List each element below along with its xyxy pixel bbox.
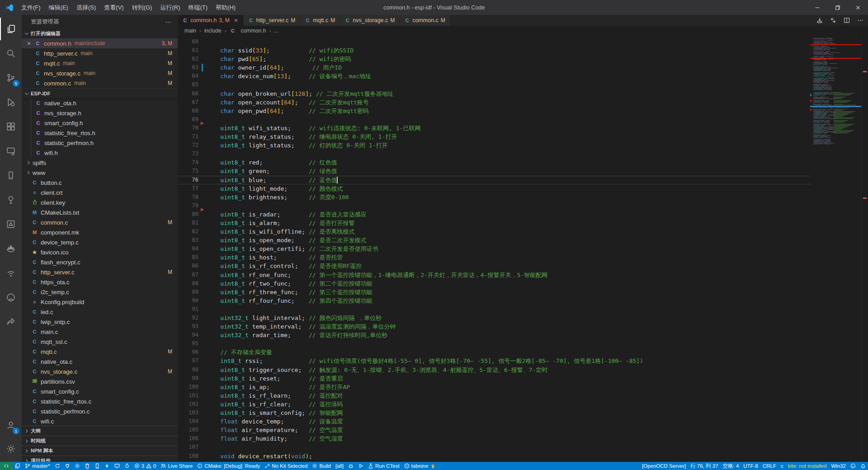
gutter[interactable] [198,253,206,262]
menu-查看(V)[interactable]: 查看(V) [100,0,127,15]
gutter[interactable] [198,167,206,175]
action-split-editor[interactable] [844,17,850,24]
close-button[interactable] [848,0,868,15]
gutter[interactable] [198,305,206,314]
gutter[interactable] [198,132,206,141]
activity-docker[interactable] [0,237,22,260]
tree-file[interactable]: Csmart_config.h [22,118,178,128]
gutter[interactable] [198,38,206,46]
gutter[interactable] [198,124,206,132]
tree-file[interactable]: Cnative_ota.h [22,98,178,108]
gutter[interactable] [198,322,206,331]
status-openocd-server[interactable]: [OpenOCD Server] [640,462,688,470]
tree-file[interactable]: Ci2c_temp.c [22,287,178,297]
activity-extensions[interactable] [0,115,22,138]
status-cmake-status[interactable]: CMake: [Debug]: Ready [195,462,262,470]
gutter[interactable] [198,339,206,348]
activity-github[interactable] [0,286,22,309]
tree-file[interactable]: Cwifi.c [22,416,178,426]
status-cmake-kit[interactable]: No Kit Selected [262,462,310,470]
tree-file[interactable]: Cstatistic_perfmon.c [22,406,178,416]
action-more-actions[interactable] [857,17,863,24]
gutter[interactable] [198,288,206,296]
tree-file[interactable]: ≡client.crt [22,188,178,197]
section-NPM 脚本[interactable]: NPM 脚本 [22,446,178,456]
status-feedback[interactable] [848,462,858,470]
gutter[interactable] [198,46,206,55]
gutter[interactable] [198,434,206,443]
activity-esp-idf[interactable] [0,262,22,284]
tree-folder[interactable]: www [22,168,178,178]
menu-文件(F)[interactable]: 文件(F) [17,0,45,15]
tree-file[interactable]: Chttp_server.cM [22,267,178,277]
activity-settings[interactable] [0,437,22,460]
status-save-all[interactable] [13,462,23,470]
status-notifications[interactable] [858,462,868,470]
open-editor-item[interactable]: Cnvs_storage.cmainM [22,68,178,78]
tree-file[interactable]: partitions.csv [22,376,178,386]
gutter[interactable] [198,374,206,383]
gutter[interactable] [198,417,206,426]
open-editor-item[interactable]: Cmqtt.cmainM [22,58,178,68]
gutter[interactable] [198,141,206,150]
breadcrumb-item[interactable]: ... [274,28,278,34]
code-editor[interactable]: 6061 char ssid[33]; // wifi的SSID62 char … [178,35,810,462]
minimize-button[interactable] [807,0,827,15]
gutter[interactable] [198,443,206,451]
activity-search[interactable] [0,42,22,65]
tree-file[interactable]: Mcomponent.mk [22,227,178,237]
tab-mqtt.c[interactable]: Cmqtt.cM [300,15,340,26]
status-idf-setup[interactable] [72,462,82,470]
gutter[interactable] [198,314,206,322]
gutter[interactable] [198,348,206,357]
action-flash-device[interactable] [816,17,823,24]
gutter[interactable] [198,296,206,305]
open-editor-item[interactable]: Ccommon.cmainM [22,78,178,88]
breadcrumb[interactable]: main›include›Ccommon.h›... [178,26,868,35]
status-cmake-build[interactable]: Build [310,462,333,470]
status-cursor-position[interactable]: 行 76, 列 37 [688,462,720,470]
gutter[interactable] [198,193,206,202]
tree-file[interactable]: Cled.c [22,307,178,317]
tree-file[interactable]: Cnative_ota.c [22,357,178,367]
status-tabnine[interactable]: tabnine [402,462,438,470]
status-ctest[interactable]: Run CTest [366,462,402,470]
tree-file[interactable]: Csmart_config.c [22,386,178,396]
gutter[interactable] [198,426,206,434]
action-open-changes[interactable] [830,17,836,24]
menu-终端(T)[interactable]: 终端(T) [184,0,212,15]
menu-选择(S)[interactable]: 选择(S) [72,0,100,15]
tab-common.c[interactable]: Ccommon.cM [400,15,450,26]
minimap[interactable] [810,35,861,462]
status-live-share[interactable]: Live Share [158,462,195,470]
tree-file[interactable]: Cmain.c [22,327,178,337]
open-editor-item[interactable]: Chttp_server.cmainM [22,48,178,58]
project-section-header[interactable]: ESP-IDF [22,88,178,98]
tree-file[interactable]: Cnvs_storage.cM [22,367,178,376]
gutter[interactable] [198,331,206,339]
status-build-flash-monitor[interactable] [122,462,132,470]
gutter[interactable] [198,236,206,244]
status-serial-port[interactable] [62,462,72,470]
sidebar-more-icon[interactable]: ⋯ [165,19,172,25]
gutter[interactable] [198,366,206,374]
gutter[interactable] [198,409,206,417]
activity-test-explorer[interactable] [0,188,22,211]
activity-serial-monitor[interactable] [0,213,22,235]
gutter[interactable] [198,244,206,253]
tree-folder[interactable]: spiffs [22,158,178,168]
tree-file[interactable]: Cbutton.c [22,178,178,188]
status-monitor[interactable] [112,462,122,470]
status-kite-status[interactable]: kite: not installed [786,462,829,470]
status-build-target[interactable]: [all] [333,462,346,470]
tree-file[interactable]: Cstatistic_free_rtos.h [22,128,178,138]
tree-file[interactable]: Cmqtt_ssl.c [22,337,178,347]
tree-file[interactable]: Cstatistic_perfmon.h [22,138,178,148]
gutter[interactable] [198,357,206,365]
status-sync[interactable] [52,462,62,470]
status-platform[interactable]: Win32 [829,462,848,470]
status-eol[interactable]: CRLF [760,462,778,470]
status-git-branch[interactable]: master* [23,462,52,470]
status-encoding[interactable]: UTF-8 [741,462,760,470]
open-editors-header[interactable]: 打开的编辑器 [22,28,178,38]
